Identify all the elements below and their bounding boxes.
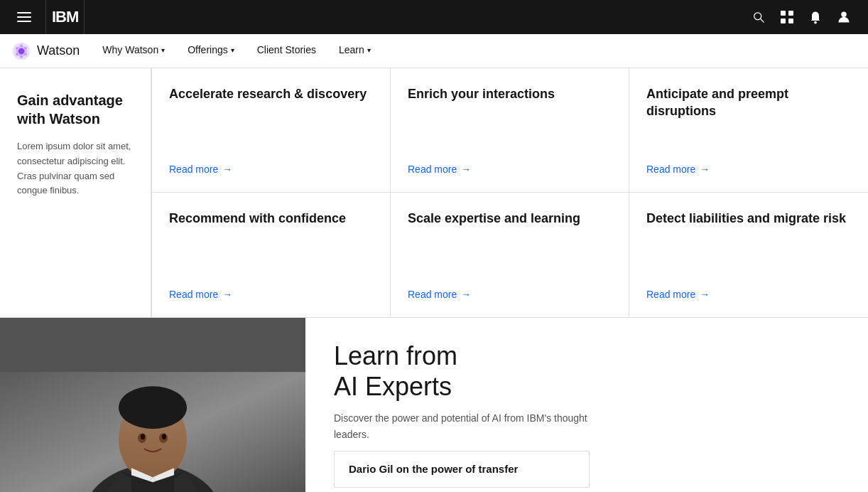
gain-advantage-title: Gain advantage with Watson bbox=[17, 91, 134, 128]
expert-card[interactable]: Dario Gil on the power of transfer bbox=[334, 451, 590, 488]
left-panel: Gain advantage with Watson Lorem ipsum d… bbox=[0, 68, 151, 317]
user-button[interactable] bbox=[831, 4, 857, 30]
svg-rect-6 bbox=[788, 11, 793, 16]
expert-name: Dario Gil on the power of transfer bbox=[349, 463, 518, 475]
read-more-link-scale[interactable]: Read more → bbox=[408, 289, 612, 300]
svg-point-27 bbox=[141, 434, 145, 439]
search-icon bbox=[752, 10, 766, 24]
svg-rect-8 bbox=[788, 18, 793, 23]
grid-cell-anticipate[interactable]: Anticipate and preempt disruptions Read … bbox=[629, 68, 868, 193]
svg-point-18 bbox=[16, 53, 18, 55]
svg-point-3 bbox=[754, 13, 761, 20]
read-more-label-detect: Read more bbox=[646, 289, 695, 300]
read-more-label-scale: Read more bbox=[408, 289, 457, 300]
chevron-down-icon-why-watson: ▾ bbox=[161, 46, 165, 54]
chevron-down-icon-offerings: ▾ bbox=[231, 46, 234, 54]
watson-logo-nav[interactable]: Watson bbox=[11, 41, 80, 61]
learn-description: Discover the power and potential of AI f… bbox=[334, 410, 590, 442]
arrow-icon-detect: → bbox=[700, 289, 710, 300]
svg-rect-2 bbox=[17, 21, 31, 22]
apps-button[interactable] bbox=[774, 4, 800, 30]
svg-point-15 bbox=[24, 46, 27, 49]
read-more-link-detect[interactable]: Read more → bbox=[646, 289, 851, 300]
nav-label-offerings: Offerings bbox=[188, 44, 228, 55]
svg-rect-7 bbox=[781, 18, 786, 23]
cell-title-scale: Scale expertise and learning bbox=[408, 210, 612, 277]
svg-point-9 bbox=[814, 21, 817, 24]
arrow-icon-scale: → bbox=[461, 289, 471, 300]
nav-item-offerings[interactable]: Offerings ▾ bbox=[176, 34, 246, 68]
read-more-link-enrich[interactable]: Read more → bbox=[408, 164, 612, 175]
nav-label-why-watson: Why Watson bbox=[102, 44, 158, 55]
arrow-icon-anticipate: → bbox=[700, 164, 710, 175]
read-more-link-accelerate[interactable]: Read more → bbox=[169, 164, 373, 175]
grid-area: Accelerate research & discovery Read mor… bbox=[151, 68, 868, 317]
user-icon bbox=[837, 10, 851, 24]
ibm-logo[interactable]: IBM bbox=[45, 0, 85, 34]
grid-cell-enrich[interactable]: Enrich your interactions Read more → bbox=[391, 68, 629, 193]
main-content: Gain advantage with Watson Lorem ipsum d… bbox=[0, 68, 868, 317]
nav-item-learn[interactable]: Learn ▾ bbox=[327, 34, 382, 68]
notifications-button[interactable] bbox=[803, 4, 828, 30]
hamburger-icon bbox=[17, 10, 31, 24]
svg-point-10 bbox=[841, 12, 847, 18]
grid-cell-scale[interactable]: Scale expertise and learning Read more → bbox=[391, 193, 629, 317]
svg-rect-0 bbox=[17, 12, 31, 14]
svg-point-19 bbox=[16, 46, 18, 49]
top-bar: IBM bbox=[0, 0, 868, 34]
chevron-down-icon-learn: ▾ bbox=[367, 46, 371, 54]
grid-cell-detect[interactable]: Detect liabilities and migrate risk Read… bbox=[629, 193, 868, 317]
svg-rect-1 bbox=[17, 16, 31, 18]
cell-title-enrich: Enrich your interactions bbox=[408, 85, 612, 152]
cell-title-recommend: Recommend with confidence bbox=[169, 210, 373, 277]
person-image bbox=[0, 318, 305, 492]
svg-line-4 bbox=[761, 19, 764, 23]
svg-point-14 bbox=[20, 44, 23, 47]
svg-point-17 bbox=[20, 55, 23, 58]
svg-point-24 bbox=[119, 386, 187, 429]
read-more-link-anticipate[interactable]: Read more → bbox=[646, 164, 851, 175]
arrow-icon-recommend: → bbox=[222, 289, 232, 300]
read-more-label-accelerate: Read more bbox=[169, 164, 218, 175]
cell-title-accelerate: Accelerate research & discovery bbox=[169, 85, 373, 152]
watson-nav-label: Watson bbox=[37, 43, 80, 58]
search-button[interactable] bbox=[746, 4, 771, 30]
learn-title-line2: AI Experts bbox=[334, 372, 452, 401]
top-bar-icons bbox=[746, 4, 857, 30]
cell-title-anticipate: Anticipate and preempt disruptions bbox=[646, 85, 851, 152]
person-shape bbox=[0, 318, 305, 492]
svg-point-16 bbox=[24, 53, 27, 55]
bottom-section: Learn from AI Experts Discover the power… bbox=[0, 317, 868, 492]
arrow-icon-enrich: → bbox=[461, 164, 471, 175]
read-more-label-recommend: Read more bbox=[169, 289, 218, 300]
gain-advantage-description: Lorem ipsum dolor sit amet, consectetur … bbox=[17, 139, 134, 198]
read-more-label-anticipate: Read more bbox=[646, 164, 695, 175]
nav-label-client-stories: Client Stories bbox=[257, 44, 316, 55]
top-bar-left: IBM bbox=[11, 0, 85, 34]
grid-cell-accelerate[interactable]: Accelerate research & discovery Read mor… bbox=[152, 68, 391, 193]
nav-item-client-stories[interactable]: Client Stories bbox=[246, 34, 327, 68]
arrow-icon-accelerate: → bbox=[222, 164, 232, 175]
read-more-link-recommend[interactable]: Read more → bbox=[169, 289, 373, 300]
nav-item-why-watson[interactable]: Why Watson ▾ bbox=[91, 34, 176, 68]
read-more-label-enrich: Read more bbox=[408, 164, 457, 175]
learn-title-line1: Learn from bbox=[334, 341, 457, 370]
nav-label-learn: Learn bbox=[339, 44, 364, 55]
svg-point-13 bbox=[18, 48, 25, 54]
bell-icon bbox=[808, 10, 823, 24]
apps-icon bbox=[780, 10, 794, 24]
learn-section: Learn from AI Experts Discover the power… bbox=[305, 318, 618, 492]
watson-icon bbox=[11, 41, 31, 61]
menu-button[interactable] bbox=[11, 4, 37, 30]
nav-bar: Watson Why Watson ▾ Offerings ▾ Client S… bbox=[0, 34, 868, 68]
svg-rect-5 bbox=[781, 11, 786, 16]
nav-items: Why Watson ▾ Offerings ▾ Client Stories … bbox=[91, 34, 381, 68]
cell-title-detect: Detect liabilities and migrate risk bbox=[646, 210, 851, 277]
svg-point-28 bbox=[162, 434, 166, 439]
learn-title: Learn from AI Experts bbox=[334, 341, 590, 402]
grid-cell-recommend[interactable]: Recommend with confidence Read more → bbox=[152, 193, 391, 317]
